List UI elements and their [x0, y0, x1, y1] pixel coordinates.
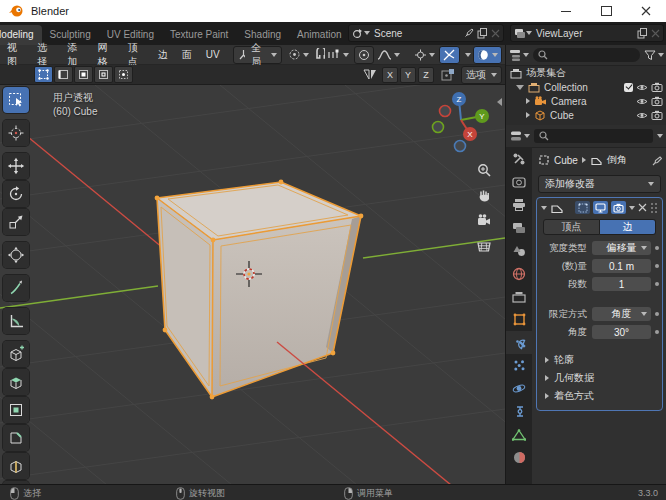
xray-toggle[interactable]	[439, 46, 460, 64]
copy-icon[interactable]	[477, 28, 488, 39]
pan-button[interactable]	[473, 184, 495, 206]
tab-material[interactable]	[506, 446, 532, 469]
tab-world[interactable]	[506, 262, 532, 285]
add-modifier-dropdown[interactable]: 添加修改器	[538, 175, 661, 193]
segments-field[interactable]: 1	[592, 277, 651, 291]
angle-field[interactable]: 30°	[592, 325, 651, 339]
outliner-search-input[interactable]	[533, 48, 640, 62]
width-type-dropdown[interactable]: 偏移量	[592, 241, 651, 255]
decorator-dot[interactable]	[655, 330, 659, 334]
menu-uv[interactable]: UV	[199, 49, 227, 60]
unlink-icon[interactable]	[491, 29, 500, 38]
disclosure-closed-icon[interactable]	[526, 112, 530, 118]
affect-vertices-tab[interactable]: 顶点	[543, 219, 600, 235]
mirror-y-button[interactable]: Y	[400, 67, 416, 83]
select-mode-face-button[interactable]	[74, 66, 93, 83]
tab-view-layer[interactable]	[506, 216, 532, 239]
eye-icon[interactable]	[636, 83, 648, 92]
select-mode-edge-button[interactable]	[54, 66, 73, 83]
options-dropdown[interactable]: 选项	[461, 66, 502, 84]
snap-settings-dropdown[interactable]	[327, 49, 349, 61]
breadcrumb-modifier[interactable]: 倒角	[607, 153, 627, 167]
copy-icon[interactable]	[637, 28, 648, 39]
tool-loop-cut[interactable]	[3, 453, 29, 479]
decorator-dot[interactable]	[655, 246, 659, 250]
modifier-extras-dropdown-icon[interactable]	[629, 206, 635, 210]
tab-animation[interactable]: Animation	[289, 25, 344, 45]
tool-rotate[interactable]	[3, 181, 29, 207]
tab-physics[interactable]	[506, 377, 532, 400]
section-geometry[interactable]: 几何数据	[545, 370, 662, 385]
viewlayer-selector[interactable]: ViewLayer	[510, 24, 664, 42]
shading-mode-button[interactable]	[473, 46, 502, 64]
gizmo-y-neg-axis[interactable]	[433, 122, 444, 133]
disclosure-closed-icon[interactable]	[526, 98, 530, 104]
eye-icon[interactable]	[636, 111, 648, 120]
gizmo-x-neg-axis[interactable]	[440, 106, 451, 117]
editor-type-dropdown[interactable]	[510, 130, 530, 142]
snap-target-icon[interactable]	[441, 68, 456, 82]
render-display-toggle[interactable]	[611, 201, 626, 214]
render-camera-icon[interactable]	[651, 96, 663, 106]
camera-view-button[interactable]	[473, 209, 495, 231]
gizmo-z-neg-axis[interactable]	[455, 141, 466, 152]
tool-scale[interactable]	[3, 209, 29, 235]
proportional-editing-toggle[interactable]	[354, 46, 374, 64]
tab-object-data[interactable]	[506, 423, 532, 446]
decorator-dot[interactable]	[655, 282, 659, 286]
decorator-dot[interactable]	[655, 264, 659, 268]
tool-inset-faces[interactable]	[3, 397, 29, 423]
tool-measure[interactable]	[3, 308, 29, 334]
tab-collection-props[interactable]	[506, 285, 532, 308]
collection-checkbox[interactable]	[624, 83, 633, 92]
scene-selector[interactable]: Scene	[348, 24, 504, 42]
tool-select-box[interactable]	[3, 87, 29, 113]
edit-mode-display-toggle[interactable]	[575, 201, 590, 214]
ortho-toggle-button[interactable]	[473, 234, 495, 256]
navigation-gizmo[interactable]: Z Y X	[425, 89, 497, 157]
drag-handle-icon[interactable]	[650, 202, 658, 214]
realtime-display-toggle[interactable]	[593, 201, 608, 214]
tool-cursor[interactable]	[3, 120, 29, 146]
remove-icon[interactable]	[651, 29, 660, 38]
show-gizmo-dropdown[interactable]	[414, 49, 435, 61]
mirror-z-button[interactable]: Z	[418, 67, 434, 83]
menu-face[interactable]: 面	[175, 48, 199, 62]
section-shading[interactable]: 着色方式	[545, 388, 662, 403]
editor-type-dropdown[interactable]	[509, 49, 529, 61]
render-camera-icon[interactable]	[651, 82, 663, 92]
tool-transform[interactable]	[3, 242, 29, 268]
select-mode-combo-button[interactable]	[94, 66, 113, 83]
outliner-row-camera[interactable]: Camera	[506, 94, 666, 108]
tab-output[interactable]	[506, 193, 532, 216]
close-icon[interactable]	[638, 203, 647, 212]
tool-bevel[interactable]	[3, 425, 29, 451]
eye-icon[interactable]	[636, 97, 648, 106]
select-mode-vertex-button[interactable]	[34, 66, 53, 83]
section-profile[interactable]: 轮廓	[545, 352, 662, 367]
tab-modifiers[interactable]	[506, 331, 532, 354]
pivot-point-dropdown[interactable]	[288, 48, 309, 61]
filter-funnel-icon[interactable]	[644, 50, 656, 61]
decorator-dot[interactable]	[655, 312, 659, 316]
outliner-row-cube[interactable]: Cube	[506, 108, 666, 122]
tab-tool[interactable]	[506, 147, 532, 170]
tab-render[interactable]	[506, 170, 532, 193]
tab-constraints[interactable]	[506, 400, 532, 423]
breadcrumb-object[interactable]: Cube	[554, 155, 578, 166]
tool-add-cube[interactable]	[3, 341, 29, 367]
tab-particles[interactable]	[506, 354, 532, 377]
falloff-dropdown[interactable]	[377, 49, 400, 61]
outliner-row-scene-collection[interactable]: 场景集合	[506, 66, 666, 80]
tool-extrude-region[interactable]	[3, 369, 29, 395]
tab-texture-paint[interactable]: Texture Paint	[162, 25, 236, 45]
tab-object[interactable]	[506, 308, 532, 331]
sidebar-collapse-arrow[interactable]	[497, 97, 502, 108]
pin-icon[interactable]	[464, 28, 474, 38]
outliner-row-collection[interactable]: Collection	[506, 80, 666, 94]
mirror-icon[interactable]	[362, 68, 378, 81]
render-camera-icon[interactable]	[651, 110, 663, 120]
tool-annotate[interactable]	[3, 275, 29, 301]
affect-edges-tab[interactable]: 边	[600, 219, 656, 235]
viewport-3d[interactable]: 用户透视 (60) Cube	[0, 85, 505, 484]
